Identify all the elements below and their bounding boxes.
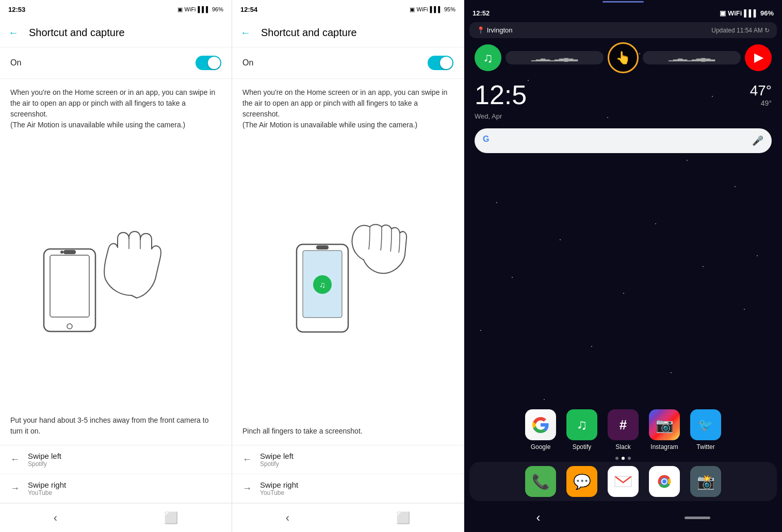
panel-1: 12:53 ▣ WiFi ▌▌▌ 96% ← Shortcut and capt… <box>0 0 232 532</box>
app-item-gmail[interactable] <box>608 466 639 497</box>
bottom-nav-1: ‹ ⬜ <box>0 503 232 532</box>
temp-section: 47° 49° <box>750 82 772 107</box>
home-pill[interactable] <box>685 517 710 519</box>
app-item-camera[interactable]: 📸 <box>690 466 721 497</box>
phone-app-icon: 📞 <box>525 466 556 497</box>
status-icons-2: ▣ WiFi ▌▌▌ 95% <box>410 6 455 13</box>
dot-3 <box>628 457 631 460</box>
back-button-1[interactable]: ← <box>8 27 19 39</box>
date-text: Wed, Apr <box>464 112 782 120</box>
bottom-nav-2: ‹ ⬜ <box>232 503 464 532</box>
title-2: Shortcut and capture <box>261 27 357 39</box>
top-progress-bar <box>602 1 644 3</box>
google-search-bar[interactable]: G 🎤 <box>475 128 772 153</box>
instagram-app-label: Instagram <box>650 443 678 451</box>
swipe-left-title-2: Swipe left <box>260 452 294 460</box>
location-text: 📍 Irvington <box>477 26 513 34</box>
app-dock: 📞 💬 📸 <box>469 462 777 501</box>
temp-low: 49° <box>750 99 772 107</box>
home-back-btn[interactable]: ‹ <box>536 510 541 525</box>
back-nav-1[interactable]: ‹ <box>54 511 57 525</box>
google-app-label: Google <box>531 443 551 451</box>
back-nav-2[interactable]: ‹ <box>286 511 289 525</box>
big-time: 12:5 <box>475 79 527 110</box>
youtube-media-icon[interactable]: ▶ <box>745 44 772 71</box>
svg-rect-0 <box>44 249 95 331</box>
description-2: When you're on the Home screen or in an … <box>232 79 464 139</box>
header-2: ← Shortcut and capture <box>232 19 464 47</box>
illustration-1 <box>0 139 232 411</box>
dot-indicator <box>464 455 782 462</box>
caption-2: Pinch all fingers to take a screenshot. <box>232 422 464 445</box>
toggle-label-2: On <box>242 58 253 68</box>
svg-text:♫: ♫ <box>319 280 325 289</box>
status-icons-1: ▣ WiFi ▌▌▌ 96% <box>177 6 223 13</box>
twitter-app-label: Twitter <box>696 443 714 451</box>
media-row: ♫ ▁▂▃▂▁▂▃▄▃▂ 👆 ▁▂▃▂▁▂▃▄▃▂ ▶ <box>464 38 782 77</box>
swipe-left-title-1: Swipe left <box>28 452 61 460</box>
instagram-app-icon: 📷 <box>649 409 680 440</box>
spotify-app-icon: ♫ <box>566 409 597 440</box>
svg-point-3 <box>60 251 63 254</box>
toggle-switch-1[interactable] <box>196 56 221 70</box>
app-item-spotify[interactable]: ♫ Spotify <box>566 409 597 451</box>
description-1: When you're on the Home screen or in an … <box>0 79 232 139</box>
media-bars: ▁▂▃▂▁▂▃▄▃▂ <box>531 54 578 61</box>
home-status-icons: ▣ WiFi ▌▌▌ 96% <box>720 9 774 17</box>
svg-rect-2 <box>63 250 76 254</box>
toggle-row-1: On <box>0 47 232 79</box>
swipe-left-subtitle-2: Spotify <box>260 460 294 468</box>
app-item-slack[interactable]: # Slack <box>608 409 639 451</box>
app-item-instagram[interactable]: 📷 Instagram <box>649 409 680 451</box>
time-2: 12:54 <box>240 6 257 13</box>
app-item-messages[interactable]: 💬 <box>566 466 597 497</box>
swipe-left-subtitle-1: Spotify <box>28 460 61 468</box>
app-item-chrome[interactable] <box>649 466 680 497</box>
svg-rect-11 <box>316 245 329 250</box>
status-bar-2: 12:54 ▣ WiFi ▌▌▌ 95% <box>232 0 464 19</box>
temp-high: 47° <box>750 82 772 99</box>
mic-icon[interactable]: 🎤 <box>752 135 763 146</box>
app-item-google[interactable]: Google <box>525 409 556 451</box>
home-screen: 12:52 ▣ WiFi ▌▌▌ 96% 📍 Irvington Updated… <box>464 0 782 532</box>
toggle-switch-2[interactable] <box>428 56 453 70</box>
swipe-item-right-1: → Swipe right YouTube <box>0 474 232 503</box>
app-item-twitter[interactable]: 🐦 Twitter <box>690 409 721 451</box>
toggle-label-1: On <box>10 58 21 68</box>
home-bottom-nav: ‹ <box>464 503 782 532</box>
messages-app-icon: 💬 <box>566 466 597 497</box>
svg-point-4 <box>67 324 72 329</box>
swipe-item-left-2: ← Swipe left Spotify <box>232 445 464 474</box>
app-item-phone[interactable]: 📞 <box>525 466 556 497</box>
panel-2: 12:54 ▣ WiFi ▌▌▌ 95% ← Shortcut and capt… <box>232 0 464 532</box>
gesture-circle-icon: 👆 <box>608 42 639 73</box>
home-status-bar: 12:52 ▣ WiFi ▌▌▌ 96% <box>464 4 782 22</box>
notification-bar: 📍 Irvington Updated 11:54 AM ↻ <box>469 22 777 38</box>
update-text: Updated 11:54 AM ↻ <box>711 27 770 34</box>
home-nav-2[interactable]: ⬜ <box>396 511 410 525</box>
app-row-1: Google ♫ Spotify # Slack 📷 Instagram 🐦 <box>464 405 782 455</box>
swipe-list-2: ← Swipe left Spotify → Swipe right YouTu… <box>232 445 464 503</box>
header-1: ← Shortcut and capture <box>0 19 232 47</box>
google-app-icon <box>525 409 556 440</box>
spotify-media-icon[interactable]: ♫ <box>475 44 501 71</box>
status-bar-1: 12:53 ▣ WiFi ▌▌▌ 96% <box>0 0 232 19</box>
dot-1 <box>615 457 618 460</box>
gmail-app-icon <box>608 466 639 497</box>
home-nav-1[interactable]: ⬜ <box>164 511 178 525</box>
swipe-item-right-2: → Swipe right YouTube <box>232 474 464 503</box>
swipe-list-1: ← Swipe left Spotify → Swipe right YouTu… <box>0 445 232 503</box>
dot-2 <box>622 457 625 460</box>
toggle-row-2: On <box>232 47 464 79</box>
swipe-right-title-2: Swipe right <box>260 480 298 489</box>
time-temp-row: 12:5 47° 49° <box>464 77 782 112</box>
spacer <box>464 161 782 405</box>
title-1: Shortcut and capture <box>29 27 125 39</box>
swipe-right-arrow-1: → <box>10 483 20 494</box>
back-button-2[interactable]: ← <box>240 27 251 39</box>
media-bars-2: ▁▂▃▂▁▂▃▄▃▂ <box>669 54 715 61</box>
swipe-left-arrow-1: ← <box>10 454 20 465</box>
time-1: 12:53 <box>8 6 25 13</box>
chrome-app-icon <box>649 466 680 497</box>
illustration-2: ♫ <box>232 139 464 422</box>
